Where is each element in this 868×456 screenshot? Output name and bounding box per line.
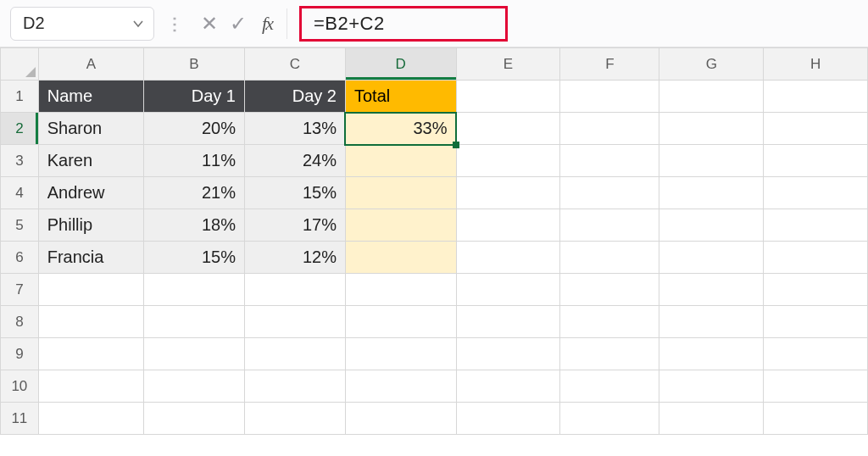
cell-D1[interactable]: Total — [345, 81, 456, 113]
row-header-9[interactable]: 9 — [1, 338, 39, 370]
row-header-6[interactable]: 6 — [1, 242, 39, 274]
cell-H5[interactable] — [764, 209, 868, 242]
column-header-H[interactable]: H — [764, 48, 868, 81]
cell-F11[interactable] — [560, 403, 659, 435]
cell-H4[interactable] — [764, 177, 868, 209]
cell-C1[interactable]: Day 2 — [244, 81, 345, 113]
cell-G2[interactable] — [659, 113, 764, 145]
row-header-5[interactable]: 5 — [1, 209, 39, 242]
cell-H3[interactable] — [764, 145, 868, 177]
cell-C6[interactable]: 12% — [244, 242, 345, 274]
cell-C10[interactable] — [244, 370, 345, 403]
cell-G1[interactable] — [659, 81, 764, 113]
column-header-C[interactable]: C — [244, 48, 345, 81]
cell-F9[interactable] — [560, 338, 659, 370]
cell-E1[interactable] — [456, 81, 560, 113]
column-header-F[interactable]: F — [560, 48, 659, 81]
cell-G11[interactable] — [659, 403, 764, 435]
cell-C8[interactable] — [244, 306, 345, 338]
cell-F1[interactable] — [560, 81, 659, 113]
cell-B8[interactable] — [143, 306, 244, 338]
cell-H6[interactable] — [764, 242, 868, 274]
column-header-B[interactable]: B — [143, 48, 244, 81]
cell-F3[interactable] — [560, 145, 659, 177]
cell-A8[interactable] — [38, 306, 143, 338]
cell-H9[interactable] — [764, 338, 868, 370]
cell-C2[interactable]: 13% — [244, 113, 345, 145]
row-header-11[interactable]: 11 — [1, 403, 39, 435]
name-box[interactable]: D2 — [10, 7, 154, 41]
cell-E4[interactable] — [456, 177, 560, 209]
row-header-4[interactable]: 4 — [1, 177, 39, 209]
cell-D4[interactable] — [345, 177, 456, 209]
cell-F10[interactable] — [560, 370, 659, 403]
cell-C11[interactable] — [244, 403, 345, 435]
cell-A11[interactable] — [38, 403, 143, 435]
cell-F7[interactable] — [560, 274, 659, 306]
cell-A4[interactable]: Andrew — [38, 177, 143, 209]
cell-B6[interactable]: 15% — [143, 242, 244, 274]
cell-E3[interactable] — [456, 145, 560, 177]
cell-A5[interactable]: Phillip — [38, 209, 143, 242]
cell-G9[interactable] — [659, 338, 764, 370]
cell-C5[interactable]: 17% — [244, 209, 345, 242]
cell-C7[interactable] — [244, 274, 345, 306]
cell-H7[interactable] — [764, 274, 868, 306]
column-header-D[interactable]: D — [345, 48, 456, 81]
cell-F5[interactable] — [560, 209, 659, 242]
cell-F8[interactable] — [560, 306, 659, 338]
cell-B2[interactable]: 20% — [143, 113, 244, 145]
cell-E5[interactable] — [456, 209, 560, 242]
cell-E6[interactable] — [456, 242, 560, 274]
cell-C4[interactable]: 15% — [244, 177, 345, 209]
cell-C9[interactable] — [244, 338, 345, 370]
cell-E9[interactable] — [456, 338, 560, 370]
cell-G5[interactable] — [659, 209, 764, 242]
cell-B7[interactable] — [143, 274, 244, 306]
cancel-button[interactable]: ✕ — [195, 7, 224, 41]
cell-G3[interactable] — [659, 145, 764, 177]
cell-F6[interactable] — [560, 242, 659, 274]
cell-D9[interactable] — [345, 338, 456, 370]
row-header-8[interactable]: 8 — [1, 306, 39, 338]
cell-A10[interactable] — [38, 370, 143, 403]
cell-H8[interactable] — [764, 306, 868, 338]
cell-D8[interactable] — [345, 306, 456, 338]
cell-A7[interactable] — [38, 274, 143, 306]
cell-B4[interactable]: 21% — [143, 177, 244, 209]
enter-button[interactable]: ✓ — [224, 7, 253, 41]
row-header-3[interactable]: 3 — [1, 145, 39, 177]
cell-F2[interactable] — [560, 113, 659, 145]
cell-E11[interactable] — [456, 403, 560, 435]
cell-H11[interactable] — [764, 403, 868, 435]
insert-function-button[interactable]: fx — [253, 7, 281, 41]
cell-B9[interactable] — [143, 338, 244, 370]
cell-G4[interactable] — [659, 177, 764, 209]
cell-D7[interactable] — [345, 274, 456, 306]
cell-G10[interactable] — [659, 370, 764, 403]
cell-G8[interactable] — [659, 306, 764, 338]
column-header-G[interactable]: G — [659, 48, 764, 81]
cell-A1[interactable]: Name — [38, 81, 143, 113]
cell-D2[interactable]: 33% — [345, 113, 456, 145]
column-header-A[interactable]: A — [38, 48, 143, 81]
cell-F4[interactable] — [560, 177, 659, 209]
cell-B11[interactable] — [143, 403, 244, 435]
select-all-corner[interactable] — [1, 48, 39, 81]
cell-A2[interactable]: Sharon — [38, 113, 143, 145]
cell-H10[interactable] — [764, 370, 868, 403]
cell-B10[interactable] — [143, 370, 244, 403]
cell-E10[interactable] — [456, 370, 560, 403]
cell-G6[interactable] — [659, 242, 764, 274]
cell-A3[interactable]: Karen — [38, 145, 143, 177]
cell-D10[interactable] — [345, 370, 456, 403]
cell-H1[interactable] — [764, 81, 868, 113]
cell-G7[interactable] — [659, 274, 764, 306]
cell-H2[interactable] — [764, 113, 868, 145]
cell-D6[interactable] — [345, 242, 456, 274]
cell-A9[interactable] — [38, 338, 143, 370]
cell-B3[interactable]: 11% — [143, 145, 244, 177]
cell-D11[interactable] — [345, 403, 456, 435]
cell-E7[interactable] — [456, 274, 560, 306]
formula-input[interactable]: =B2+C2 — [299, 6, 508, 42]
